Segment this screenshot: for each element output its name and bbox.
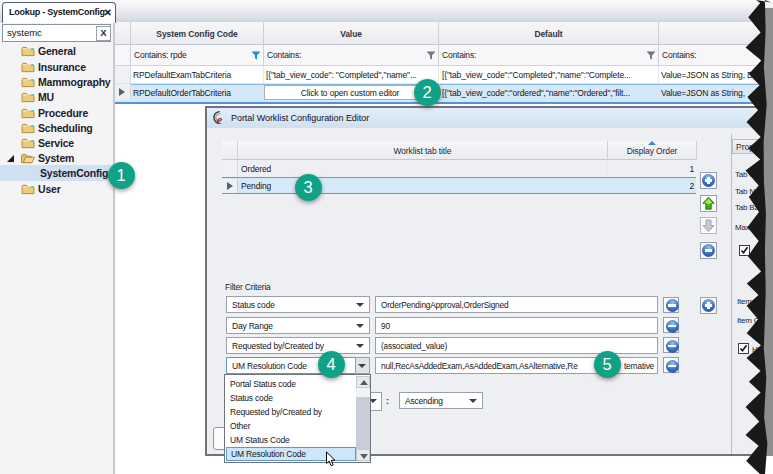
svg-text:e: e [216, 112, 222, 127]
